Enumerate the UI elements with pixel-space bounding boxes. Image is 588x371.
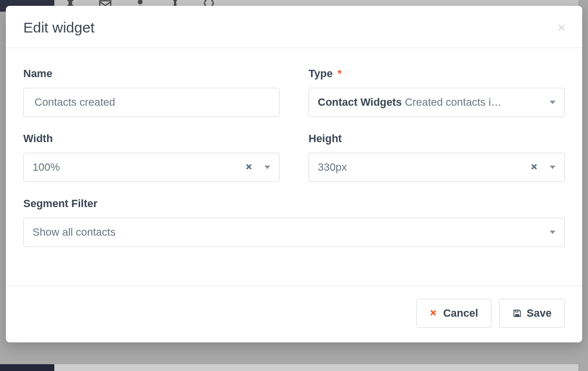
- caret-down-icon: [550, 99, 555, 105]
- save-floppy-icon: [512, 308, 522, 318]
- cancel-x-icon: [429, 309, 438, 318]
- segment-select[interactable]: Show all contacts: [23, 218, 565, 247]
- segment-caret: [546, 229, 557, 235]
- caret-down-icon: [550, 164, 555, 170]
- row-width-height: Width 100% Height 330px: [23, 132, 565, 182]
- caret-down-icon: [550, 229, 555, 235]
- type-select[interactable]: Contact Widgets Created contacts i…: [309, 88, 565, 117]
- clear-x-icon: [245, 163, 254, 172]
- cancel-button[interactable]: Cancel: [416, 299, 491, 328]
- modal-footer: Cancel Save: [6, 286, 582, 342]
- width-clear-button[interactable]: [242, 161, 257, 174]
- group-segment: Segment Filter Show all contacts: [23, 197, 565, 247]
- row-name-type: Name Type * Contact Widgets Created cont…: [23, 67, 565, 117]
- width-label: Width: [23, 132, 279, 145]
- required-asterisk: *: [338, 67, 342, 80]
- group-height: Height 330px: [309, 132, 565, 182]
- height-label: Height: [309, 132, 565, 145]
- type-label: Type *: [309, 67, 565, 80]
- group-type: Type * Contact Widgets Created contacts …: [309, 67, 565, 117]
- close-icon: [557, 23, 567, 32]
- group-name: Name: [23, 67, 279, 117]
- type-caret: [546, 99, 557, 105]
- close-button[interactable]: [557, 23, 567, 32]
- height-caret: [546, 164, 557, 170]
- save-button[interactable]: Save: [499, 299, 565, 328]
- group-width: Width 100%: [23, 132, 279, 182]
- name-label: Name: [23, 67, 279, 80]
- modal-body: Name Type * Contact Widgets Created cont…: [6, 48, 582, 286]
- modal-header: Edit widget: [6, 6, 582, 48]
- type-label-text: Type: [309, 67, 333, 80]
- edit-widget-modal: Edit widget Name Type * Contact Widgets …: [6, 6, 582, 342]
- save-label: Save: [527, 307, 552, 320]
- cancel-label: Cancel: [443, 307, 478, 320]
- height-clear-button[interactable]: [527, 161, 542, 174]
- type-group: Contact Widgets: [318, 96, 402, 108]
- type-option: Created contacts i…: [402, 96, 501, 108]
- width-caret: [261, 164, 272, 170]
- caret-down-icon: [264, 164, 270, 170]
- width-select[interactable]: 100%: [23, 153, 279, 182]
- segment-label: Segment Filter: [23, 197, 565, 210]
- segment-selected-value: Show all contacts: [33, 226, 542, 239]
- modal-title: Edit widget: [23, 19, 95, 36]
- type-selected-value: Contact Widgets Created contacts i…: [318, 96, 542, 109]
- clear-x-icon: [530, 163, 539, 172]
- height-selected-value: 330px: [318, 161, 523, 174]
- height-select[interactable]: 330px: [309, 153, 565, 182]
- width-selected-value: 100%: [33, 161, 238, 174]
- name-input[interactable]: [23, 88, 279, 117]
- row-segment: Segment Filter Show all contacts: [23, 197, 565, 247]
